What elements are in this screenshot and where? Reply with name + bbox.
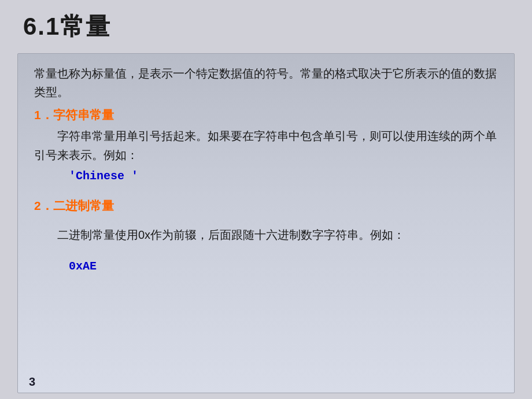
slide-title: 6.1常量 (0, 0, 532, 49)
section-gap2 (34, 217, 498, 226)
slide-container: 6.1常量 常量也称为标量值，是表示一个特定数据值的符号。常量的格式取决于它所表… (0, 0, 532, 399)
page-number: 3 (29, 375, 35, 389)
section2-body: 二进制常量使用0x作为前辍，后面跟随十六进制数字字符串。例如： (34, 226, 498, 245)
section1-code: 'Chinese ' (69, 169, 498, 183)
section2-code: 0xAE (69, 260, 498, 273)
section-gap (34, 187, 498, 195)
section2-heading: 2．二进制常量 (34, 198, 498, 214)
section-gap3 (34, 247, 498, 255)
section1-body: 字符串常量用单引号括起来。如果要在字符串中包含单引号，则可以使用连续的两个单引号… (34, 127, 498, 165)
slide-content: 常量也称为标量值，是表示一个特定数据值的符号。常量的格式取决于它所表示的值的数据… (17, 53, 515, 393)
section1-heading: 1．字符串常量 (34, 107, 498, 123)
intro-text: 常量也称为标量值，是表示一个特定数据值的符号。常量的格式取决于它所表示的值的数据… (34, 64, 498, 101)
